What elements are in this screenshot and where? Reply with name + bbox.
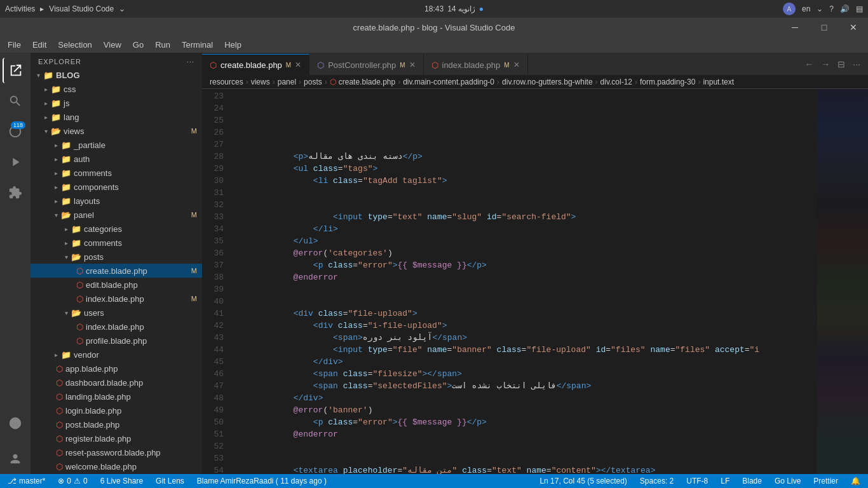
tab-close-button[interactable]: ✕ [409, 60, 416, 69]
tree-item-routes[interactable]: ▾ 📂 routes M [31, 473, 202, 474]
breadcrumb-posts[interactable]: posts [304, 78, 322, 86]
breadcrumb-div2[interactable]: div.row.no-gutters.bg-white [502, 78, 593, 86]
tree-item-landing-blade[interactable]: ⬡ landing.blade.php [31, 390, 202, 403]
display-icon[interactable]: ▤ [856, 4, 863, 13]
tab-close-button[interactable]: ✕ [513, 60, 520, 69]
activity-extensions[interactable] [3, 180, 28, 205]
tree-item-partiale[interactable]: ▸ 📁 _partiale [31, 138, 202, 152]
tree-item-login-blade[interactable]: ⬡ login.blade.php [31, 403, 202, 417]
tree-item-posts[interactable]: ▾ 📂 posts [31, 250, 202, 264]
tree-item-reset-password-blade[interactable]: ⬡ reset-password.blade.php [31, 445, 202, 459]
tree-item-auth[interactable]: ▸ 📁 auth [31, 152, 202, 166]
breadcrumb-form[interactable]: form.padding-30 [640, 78, 695, 86]
status-line-ending[interactable]: LF [718, 477, 732, 485]
status-live-share[interactable]: 6 Live Share [98, 477, 146, 485]
breadcrumb-file[interactable]: ⬡ [330, 78, 336, 86]
tree-root-blog[interactable]: ▾ 📁 BLOG [31, 68, 202, 82]
tree-item-categories[interactable]: ▸ 📁 categories [31, 222, 202, 236]
tree-item-panel-comments[interactable]: ▸ 📁 comments [31, 236, 202, 250]
breadcrumb-panel[interactable]: panel [278, 78, 296, 86]
breadcrumb-filename[interactable]: create.blade.php [339, 78, 395, 86]
menu-file[interactable]: File [3, 39, 26, 51]
status-go-live[interactable]: Go Live [772, 477, 803, 485]
breadcrumb-views[interactable]: views [251, 78, 270, 86]
status-encoding[interactable]: UTF-8 [684, 477, 710, 485]
tree-item-js[interactable]: ▸ 📁 js [31, 96, 202, 110]
status-position[interactable]: Ln 17, Col 45 (5 selected) [537, 477, 629, 485]
activity-remote[interactable] [3, 410, 28, 436]
menu-edit[interactable]: Edit [27, 39, 51, 51]
breadcrumb-div1[interactable]: div.main-content.padding-0 [403, 78, 494, 86]
tree-item-views[interactable]: ▾ 📂 views M [31, 124, 202, 138]
code-editor[interactable]: <p>دسته بندی های مقاله</p> <ul class="ta… [229, 89, 817, 474]
tree-item-vendor[interactable]: ▸ 📁 vendor [31, 348, 202, 362]
tree-item-welcome-blade[interactable]: ⬡ welcome.blade.php [31, 459, 202, 473]
tab-modified-indicator: M [286, 62, 291, 69]
blade-file-icon: ⬡ [56, 434, 63, 444]
tab-close-button[interactable]: ✕ [295, 60, 301, 69]
tree-item-index-blade[interactable]: ⬡ index.blade.php M [31, 292, 202, 306]
status-bar: ⎇ master* ⊗ 0 ⚠ 0 6 Live Share Git Lens … [0, 474, 868, 488]
breadcrumb-resources[interactable]: resources [210, 78, 243, 86]
breadcrumb-input[interactable]: input.text [703, 78, 734, 86]
live-share-label: 6 Live Share [100, 477, 143, 485]
breadcrumb-div3[interactable]: div.col-12 [600, 78, 632, 86]
php-tab-icon: ⬡ [317, 60, 324, 70]
status-prettier[interactable]: Prettier [811, 477, 841, 485]
maximize-button[interactable]: □ [810, 18, 839, 37]
menu-terminal[interactable]: Terminal [177, 39, 218, 51]
help-icon[interactable]: ? [829, 4, 834, 13]
tree-item-post-blade[interactable]: ⬡ post.blade.php [31, 417, 202, 431]
status-errors[interactable]: ⊗ 0 ⚠ 0 [55, 477, 90, 485]
activity-explorer[interactable] [3, 58, 28, 83]
activity-account[interactable] [3, 446, 28, 471]
tree-item-edit-blade[interactable]: ⬡ edit.blade.php [31, 278, 202, 292]
tree-item-profile-blade[interactable]: ⬡ profile.blade.php [31, 334, 202, 348]
window-controls: ─ □ ✕ [780, 18, 868, 37]
tree-item-users-index-blade[interactable]: ⬡ index.blade.php [31, 320, 202, 334]
tree-item-comments[interactable]: ▸ 📁 comments [31, 166, 202, 180]
minimize-button[interactable]: ─ [780, 18, 810, 37]
lang-label[interactable]: en [802, 4, 810, 13]
spaces-label: Spaces: 2 [640, 477, 674, 485]
tree-item-lang[interactable]: ▸ 📁 lang [31, 110, 202, 124]
status-spaces[interactable]: Spaces: 2 [637, 477, 676, 485]
status-git-lens[interactable]: Git Lens [153, 477, 187, 485]
tree-item-panel[interactable]: ▾ 📂 panel M [31, 208, 202, 222]
activities-label[interactable]: Activities [5, 4, 35, 13]
activity-search[interactable] [3, 88, 28, 114]
menu-selection[interactable]: Selection [53, 39, 97, 51]
tree-item-dashboard-blade[interactable]: ⬡ dashboard.blade.php [31, 376, 202, 390]
sidebar-more-actions[interactable]: ··· [187, 58, 194, 65]
tree-item-create-blade[interactable]: ⬡ create.blade.php M [31, 264, 202, 278]
tab-postcontroller[interactable]: ⬡ PostController.php M ✕ [309, 54, 423, 75]
status-branch[interactable]: ⎇ master* [5, 477, 48, 485]
menu-help[interactable]: Help [219, 39, 247, 51]
source-control-badge: 118 [11, 121, 25, 129]
status-blame[interactable]: Blame AmirRezaRaadi ( 11 days ago ) [194, 477, 329, 485]
status-language[interactable]: Blade [740, 477, 764, 485]
tree-item-users[interactable]: ▾ 📂 users [31, 306, 202, 320]
tab-create-blade[interactable]: ⬡ create.blade.php M ✕ [202, 54, 309, 75]
volume-icon[interactable]: 🔊 [840, 4, 850, 13]
tab-more-actions[interactable]: ··· [850, 58, 863, 71]
menu-go[interactable]: Go [128, 39, 149, 51]
tab-history-back[interactable]: ← [802, 58, 816, 71]
tab-history-forward[interactable]: → [818, 58, 832, 71]
tree-item-app-blade[interactable]: ⬡ app.blade.php [31, 362, 202, 376]
date: 14 ژانویه [447, 4, 475, 13]
menu-view[interactable]: View [98, 39, 126, 51]
blade-tab-icon: ⬡ [210, 60, 217, 70]
tree-item-components[interactable]: ▸ 📁 components [31, 180, 202, 194]
close-button[interactable]: ✕ [839, 18, 868, 37]
status-bell[interactable]: 🔔 [848, 477, 863, 485]
activity-run[interactable] [3, 149, 28, 175]
language-label: Blade [742, 477, 762, 485]
tab-index-blade[interactable]: ⬡ index.blade.php M ✕ [424, 54, 528, 75]
tree-item-register-blade[interactable]: ⬡ register.blade.php [31, 431, 202, 445]
tree-item-css[interactable]: ▸ 📁 css [31, 82, 202, 96]
tree-item-layouts[interactable]: ▸ 📁 layouts [31, 194, 202, 208]
menu-run[interactable]: Run [150, 39, 175, 51]
activity-source-control[interactable]: 118 [3, 119, 28, 144]
tab-split-editor[interactable]: ⊟ [835, 58, 848, 71]
